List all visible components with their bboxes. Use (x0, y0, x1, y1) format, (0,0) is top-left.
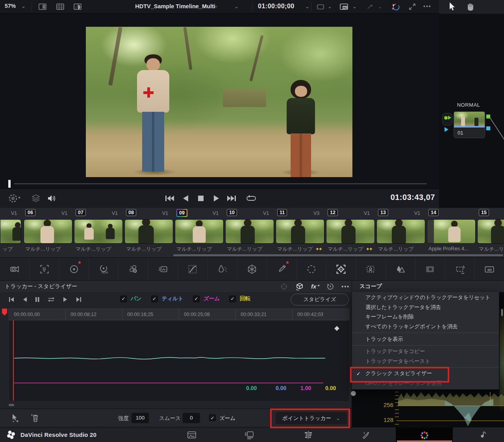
page-tab-fairlight[interactable] (474, 430, 490, 440)
key-icon[interactable] (415, 258, 445, 280)
magic-mask-icon[interactable] (356, 258, 385, 280)
hand-icon[interactable] (466, 2, 475, 12)
proxy-hq-icon[interactable]: HQ (339, 2, 349, 11)
graph-scrollbar[interactable] (9, 404, 14, 406)
reset-icon[interactable] (326, 282, 335, 291)
menu-item-clear-all-tracking-points[interactable]: すべてのトラッキングポイントを消去 (352, 322, 499, 332)
menu-item-show-track[interactable]: トラックを表示 (352, 334, 499, 344)
curves-icon[interactable] (178, 258, 207, 280)
loop-button[interactable] (246, 194, 257, 203)
clips-scrollbar[interactable] (173, 254, 503, 256)
smooth-input[interactable]: 0 (183, 413, 200, 423)
expand-icon[interactable] (408, 2, 417, 11)
menu-item-clear-selected-track-data[interactable]: 選択したトラックデータを消去 (352, 303, 499, 313)
clip-thumbnail[interactable] (175, 219, 224, 244)
timecode-chevron-icon[interactable]: ⌄ (305, 4, 309, 9)
scrub-playhead[interactable] (8, 180, 11, 188)
key-output-port[interactable] (486, 126, 490, 130)
menu-item-paste-track-data[interactable]: トラックデータをペースト (352, 357, 499, 366)
qualifier-icon[interactable] (267, 258, 296, 280)
tracker-icon[interactable] (326, 258, 356, 280)
cursor-icon[interactable] (448, 2, 456, 12)
timeline-name[interactable]: HDTV_Sample Timeline_Multi (118, 3, 232, 9)
color-slice-icon[interactable] (208, 258, 237, 280)
clip-thumbnail[interactable] (0, 219, 21, 244)
clip-thumbnail[interactable] (124, 219, 173, 244)
zoom-stabilize-checkbox[interactable]: ✓ (209, 414, 216, 421)
pause-button[interactable] (35, 296, 40, 303)
viewer-scrub-bar[interactable] (0, 179, 439, 189)
clip-thumbnail[interactable] (427, 219, 476, 244)
tracking-point-marker[interactable] (143, 87, 154, 98)
page-tab-fusion[interactable] (358, 430, 374, 440)
play-reverse-button[interactable] (181, 194, 190, 203)
panel-options-icon[interactable]: ••• (341, 283, 350, 290)
skip-end-button[interactable] (226, 194, 237, 203)
color-wheels-icon[interactable] (59, 258, 89, 280)
power-windows-icon[interactable] (296, 258, 326, 280)
stabilize-button[interactable]: スタビライズ (291, 294, 349, 305)
bypass-chevron-icon[interactable]: ⌄ (328, 4, 332, 9)
tracker-playhead-tag[interactable] (2, 309, 7, 316)
play-button[interactable] (212, 194, 220, 203)
clip-thumbnail[interactable] (276, 219, 324, 244)
grade-sparkle-icon[interactable] (391, 2, 401, 12)
stop-button[interactable] (196, 194, 205, 203)
more-options-icon[interactable]: ••• (423, 3, 432, 9)
color-match-icon[interactable] (29, 258, 59, 280)
hdr-grade-icon[interactable]: HDR (89, 258, 118, 280)
tracker-timeline-ruler[interactable]: 00:00:00,00 00:00:08;12 00:00:16;25 00:0… (9, 309, 349, 320)
menu-item-reset-track-data[interactable]: アクティブウィンドウのトラックデータをリセット (352, 293, 499, 303)
tracker-graph[interactable]: 0.00 0.00 1.00 0.00 (9, 320, 349, 401)
delete-tracking-point-icon[interactable] (30, 413, 40, 423)
timeline-chevron-icon[interactable]: ⌄ (234, 4, 239, 9)
menu-item-copy-track-data[interactable]: トラックデータをコピー (352, 347, 499, 357)
clip-thumbnail[interactable] (74, 219, 123, 244)
track-reverse-button[interactable] (22, 296, 28, 303)
clip-thumbnail[interactable] (225, 219, 274, 244)
skip-start-button[interactable] (164, 194, 175, 203)
track-range-button[interactable] (47, 296, 56, 303)
viewer-timecode[interactable]: 01:00:00;00 (258, 3, 295, 10)
clip-thumbnail[interactable] (24, 219, 72, 244)
zoom-checkbox[interactable]: ✓ (193, 296, 200, 302)
track-start-button[interactable] (8, 296, 15, 303)
rotate-checkbox[interactable]: ✓ (229, 296, 236, 302)
clip-thumbnail-cell[interactable]: V3 15 マルチ...リ (476, 208, 504, 257)
tilt-checkbox[interactable]: ✓ (151, 296, 158, 302)
bypass-box-icon[interactable] (316, 2, 325, 11)
single-viewer-icon[interactable] (38, 2, 47, 11)
page-tab-edit[interactable] (300, 430, 316, 440)
clip-thumbnail-cell[interactable]: V1 14 Apple ProRes 4... (426, 208, 476, 257)
video-frame[interactable] (86, 27, 352, 177)
page-tab-cut[interactable] (241, 430, 257, 440)
fx-icon[interactable]: fx⁺ (311, 283, 319, 290)
wipe-viewer-icon[interactable] (73, 2, 82, 11)
clip-thumbnail[interactable] (477, 219, 504, 244)
motion-effects-icon[interactable] (148, 258, 178, 280)
window-tracker-icon[interactable] (280, 282, 288, 291)
scope-drag-knob[interactable] (351, 391, 356, 396)
strength-input[interactable]: 100 (132, 413, 149, 423)
layers-icon[interactable] (31, 194, 41, 203)
highlight-wand-icon[interactable] (365, 2, 375, 11)
interactive-mode-icon[interactable] (10, 413, 20, 423)
clip-thumbnail[interactable] (326, 219, 375, 244)
color-warper-icon[interactable] (237, 258, 267, 280)
corrector-node[interactable]: 01 (454, 111, 485, 138)
track-forward-button[interactable] (62, 296, 69, 303)
grid-viewer-icon[interactable] (56, 2, 65, 11)
stereo-3d-icon[interactable]: 3D (474, 258, 504, 280)
track-end-button[interactable] (75, 296, 82, 303)
viewer-zoom-select[interactable]: 57% ⌄ (5, 3, 26, 9)
clip-thumbnail[interactable] (376, 219, 425, 244)
menu-item-delete-keyframe[interactable]: キーフレームを削除 (352, 312, 499, 322)
blur-icon[interactable] (385, 258, 415, 280)
rgb-output-port[interactable] (486, 115, 490, 118)
rgb-mixer-icon[interactable] (118, 258, 148, 280)
pan-checkbox[interactable]: ✓ (120, 296, 127, 302)
key-input-arrow-icon[interactable] (445, 127, 448, 132)
scope-scrollbar[interactable] (501, 309, 503, 316)
unmix-icon[interactable] (8, 194, 22, 203)
3d-tracker-icon[interactable] (295, 282, 304, 291)
